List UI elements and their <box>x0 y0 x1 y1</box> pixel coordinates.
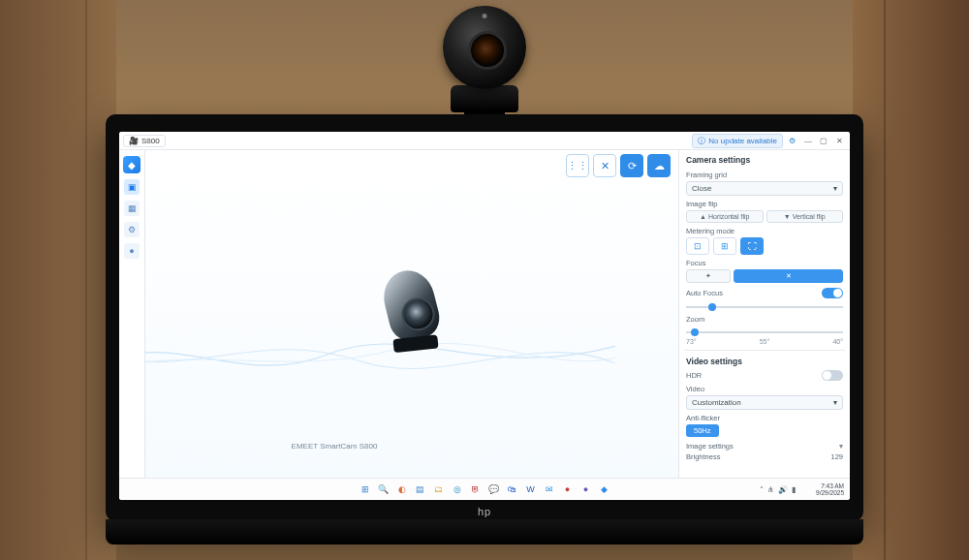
framing-grid-label: Framing grid <box>686 171 843 179</box>
zoom-label: Zoom <box>686 315 843 324</box>
left-rail: ◆ ▣ ▦ ⚙ ● <box>119 150 145 478</box>
refresh-icon[interactable]: ⟳ <box>620 154 643 177</box>
video-label: Video <box>686 385 843 393</box>
maximize-button[interactable]: ▢ <box>817 135 830 146</box>
webcam-small-icon: 🎥 <box>129 137 139 145</box>
start-icon[interactable]: ⊞ <box>359 482 372 496</box>
auto-focus-label: Auto Focus <box>686 289 723 297</box>
chevron-down-icon[interactable]: ▾ <box>839 442 843 451</box>
preview-toolbar: ⋮⋮ ✕ ⟳ ☁ <box>566 154 671 177</box>
metering-label: Metering mode <box>686 227 843 235</box>
metering-option-2[interactable]: ⊞ <box>713 237 736 255</box>
vertical-flip-button[interactable]: ▼Vertical flip <box>766 210 844 223</box>
device-pill[interactable]: 🎥 S800 <box>123 135 166 147</box>
chat-icon[interactable]: 💬 <box>487 482 501 496</box>
app2-icon[interactable]: ● <box>579 482 593 496</box>
windows-taskbar: ⊞🔍◐▤🗂◎⛨💬🛍W✉●●◆ ˄ ⋔ 🔊 ▮ 7:43 AM 9/29/2025 <box>119 478 850 500</box>
minimize-button[interactable]: — <box>801 135 815 146</box>
wifi-icon[interactable]: ⋔ <box>767 485 774 494</box>
titlebar: 🎥 S800 ⓘ No update available ⚙ — ▢ ✕ <box>119 132 850 150</box>
copilot-icon[interactable]: ◐ <box>395 482 409 496</box>
clock-date: 9/29/2025 <box>816 489 844 496</box>
taskbar-clock[interactable]: 7:43 AM 9/29/2025 <box>816 479 844 500</box>
mail-icon[interactable]: ✉ <box>543 482 556 496</box>
hdr-toggle[interactable] <box>822 370 843 381</box>
edge-icon[interactable]: ◎ <box>451 482 464 496</box>
close-button[interactable]: ✕ <box>832 135 846 146</box>
shield-icon[interactable]: ⛨ <box>469 482 483 496</box>
update-text: No update available <box>708 137 777 145</box>
metering-option-3[interactable]: ⛶ <box>740 237 764 255</box>
app3-icon[interactable]: ◆ <box>598 482 611 496</box>
zoom-slider[interactable] <box>686 328 843 336</box>
device-name: S800 <box>141 137 160 145</box>
auto-focus-slider[interactable] <box>686 303 843 311</box>
battery-icon[interactable]: ▮ <box>792 485 796 494</box>
mic-icon[interactable]: ● <box>124 243 140 259</box>
brightness-value: 129 <box>830 452 843 461</box>
zoom-tick-2: 55° <box>760 338 770 345</box>
grid-icon[interactable]: ▦ <box>124 201 140 216</box>
brightness-label: Brightness <box>686 452 720 461</box>
taskbar-icons: ⊞🔍◐▤🗂◎⛨💬🛍W✉●●◆ <box>359 482 611 496</box>
video-dropdown[interactable]: Customization ▾ <box>686 395 843 410</box>
chevron-down-icon: ▾ <box>833 184 837 193</box>
volume-icon[interactable]: 🔊 <box>778 485 788 494</box>
clock-time: 7:43 AM <box>821 482 844 489</box>
chat-icon[interactable]: ☁ <box>647 154 671 177</box>
camera-icon[interactable]: ▣ <box>124 179 140 195</box>
focus-option-1[interactable]: ✦ <box>686 269 731 283</box>
app-logo-icon[interactable]: ◆ <box>123 156 141 173</box>
word-icon[interactable]: W <box>524 482 538 496</box>
settings-icon[interactable]: ⚙ <box>124 222 140 237</box>
framing-grid-dropdown[interactable]: Close ▾ <box>686 181 843 196</box>
widgets-icon[interactable]: ▤ <box>414 482 427 496</box>
settings-panel: Camera settings Framing grid Close ▾ Ima… <box>678 150 850 478</box>
anti-flicker-label: Anti-flicker <box>686 414 843 422</box>
camera-settings-title: Camera settings <box>686 155 843 165</box>
search-icon[interactable]: 🔍 <box>377 482 391 496</box>
image-settings-label: Image settings <box>686 442 734 451</box>
store-icon[interactable]: 🛍 <box>506 482 519 496</box>
tools-icon[interactable]: ✕ <box>593 154 616 177</box>
metering-option-1[interactable]: ⊡ <box>686 237 709 255</box>
auto-focus-toggle[interactable] <box>822 288 843 298</box>
zoom-tick-3: 40° <box>832 338 843 345</box>
settings-gear-icon[interactable]: ⚙ <box>789 137 796 145</box>
focus-label: Focus <box>686 259 843 267</box>
app1-icon[interactable]: ● <box>561 482 575 496</box>
laptop-brand: hp <box>478 506 491 517</box>
video-settings-title: Video settings <box>686 357 843 366</box>
hdr-label: HDR <box>686 371 702 380</box>
product-image <box>386 270 438 351</box>
system-tray[interactable]: ˄ ⋔ 🔊 ▮ <box>760 479 796 500</box>
explorer-icon[interactable]: 🗂 <box>432 482 446 496</box>
external-webcam <box>443 6 526 122</box>
info-icon: ⓘ <box>698 136 705 146</box>
anti-flicker-button[interactable]: 50Hz <box>686 424 719 437</box>
update-status[interactable]: ⓘ No update available <box>692 134 783 148</box>
framing-grid-value: Close <box>692 184 711 193</box>
laptop: 🎥 S800 ⓘ No update available ⚙ — ▢ ✕ <box>106 114 863 521</box>
wave-graphic <box>145 321 615 389</box>
video-value: Customization <box>692 398 741 407</box>
audio-icon[interactable]: ⋮⋮ <box>566 154 589 177</box>
emeet-app: 🎥 S800 ⓘ No update available ⚙ — ▢ ✕ <box>119 132 850 500</box>
focus-option-2[interactable]: ✕ <box>734 269 843 283</box>
preview-area: ⋮⋮ ✕ ⟳ ☁ <box>145 150 678 478</box>
horizontal-flip-button[interactable]: ▲Horizontal flip <box>686 210 764 223</box>
chevron-up-icon[interactable]: ˄ <box>760 485 764 494</box>
chevron-down-icon: ▾ <box>833 398 837 407</box>
product-label: EMEET SmartCam S800 <box>145 442 523 451</box>
image-flip-label: Image flip <box>686 200 843 208</box>
zoom-tick-1: 73° <box>686 338 697 345</box>
